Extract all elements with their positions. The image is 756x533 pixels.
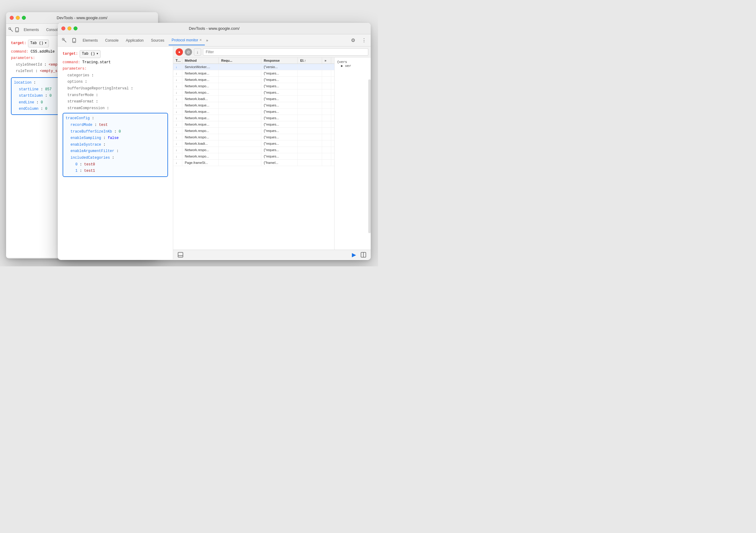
front-split-icon[interactable] <box>360 251 367 259</box>
record-button[interactable]: ● <box>176 48 183 56</box>
table-row[interactable]: ↓ Network.respo... {"reques... <box>173 128 334 134</box>
table-row[interactable]: ↓ Network.respo... {"reques... <box>173 153 334 160</box>
front-target-label: target: <box>63 51 78 57</box>
td-response: {"versio... <box>261 64 298 70</box>
front-dock-icon[interactable] <box>177 251 184 259</box>
table-row[interactable]: ↓ Network.loadi... {"reques... <box>173 96 334 102</box>
table-row[interactable]: ↓ Network.reque... {"reques... <box>173 121 334 128</box>
table-row[interactable]: ↓ Network.reque... {"reques... <box>173 102 334 109</box>
front-param-bufferUsage: bufferUsageReportingInterval : <box>63 85 168 92</box>
table-row[interactable]: ↓ Network.reque... {"reques... <box>173 109 334 115</box>
back-device-icon[interactable] <box>14 26 19 34</box>
table-row[interactable]: ↓ Network.reque... {"reques... <box>173 77 334 83</box>
front-menu-icon[interactable]: ⋮ <box>360 36 368 45</box>
td-response: {"reques... <box>261 70 298 76</box>
td-method: Network.reque... <box>182 70 219 76</box>
td-type: ↓ <box>173 64 182 70</box>
back-target-select[interactable]: Tab () ▾ <box>28 40 49 47</box>
front-enableSystrace: enableSystrace : <box>66 142 165 148</box>
protocol-table-container: Type Method Requ... Response El.↑ » ↓ Se… <box>173 57 334 250</box>
td-method: ServiceWorker.... <box>182 64 219 70</box>
front-traceconfig-key: traceConfig : <box>66 115 165 122</box>
td-extra <box>322 64 331 70</box>
table-header: Type Method Requ... Response El.↑ » <box>173 57 334 64</box>
th-type: Type <box>173 57 182 64</box>
front-window-title: DevTools - www.google.com/ <box>189 26 240 31</box>
table-row[interactable]: ↓ Network.respo... {"reques... <box>173 134 334 140</box>
front-toolbar-right: ⚙ ⋮ <box>349 36 368 45</box>
back-traffic-lights <box>10 16 26 20</box>
front-close-button[interactable] <box>61 26 65 30</box>
front-param-options: options : <box>63 79 168 85</box>
table-row[interactable]: ↓ Network.reque... {"reques... <box>173 70 334 77</box>
th-method: Method <box>182 57 219 64</box>
table-row[interactable]: ↓ Network.respo... {"reques... <box>173 147 334 153</box>
front-parameters-label: parameters: <box>63 66 168 72</box>
table-row[interactable]: ↓ Network.reque... {"reques... <box>173 115 334 121</box>
td-request <box>219 64 261 70</box>
th-request: Requ... <box>219 57 261 64</box>
front-bottom-bar: ▶ <box>173 250 371 259</box>
svg-rect-8 <box>73 38 76 42</box>
front-includedCategories: includedCategories : <box>66 155 165 161</box>
front-param-streamFormat: streamFormat : <box>63 98 168 105</box>
front-enableSampling: enableSampling : false <box>66 135 165 142</box>
front-category-0: 0 : test0 <box>66 161 165 168</box>
front-traffic-lights <box>61 26 77 30</box>
front-category-1: 1 : test1 <box>66 168 165 175</box>
table-row[interactable]: ↓ Page.frameSt... {"frameI... <box>173 160 334 166</box>
front-tab-elements[interactable]: Elements <box>80 36 101 45</box>
clear-button[interactable]: ⊘ <box>185 48 192 56</box>
front-target-select[interactable]: Tab () ▾ <box>80 50 100 58</box>
back-minimize-button[interactable] <box>16 16 20 20</box>
front-content-area: target: Tab () ▾ command: Tracing.start … <box>58 46 371 259</box>
table-row[interactable]: ↓ Network.loadi... {"reques... <box>173 140 334 147</box>
front-enableArgumentFilter: enableArgumentFilter : <box>66 148 165 155</box>
front-traceconfig-box: traceConfig : recordMode : test traceBuf… <box>63 113 168 177</box>
front-right-area: ● ⊘ ↓ Type Method Requ... Response El.↑ … <box>173 46 371 259</box>
th-extra: » <box>322 57 331 64</box>
front-device-icon[interactable] <box>70 36 78 45</box>
front-param-categories: categories : <box>63 72 168 79</box>
svg-rect-2 <box>15 28 18 32</box>
front-inspect-icon[interactable] <box>60 36 69 45</box>
front-tab-sources[interactable]: Sources <box>148 36 167 45</box>
filter-input[interactable] <box>203 48 368 56</box>
response-preview: {vers ▶ ver <box>337 60 368 68</box>
back-close-button[interactable] <box>10 16 14 20</box>
front-settings-icon[interactable]: ⚙ <box>349 36 357 45</box>
send-command-button[interactable]: ▶ <box>352 251 356 258</box>
table-row[interactable]: ↓ ServiceWorker.... {"versio... <box>173 64 334 70</box>
front-tab-close-icon[interactable]: ✕ <box>199 38 202 42</box>
back-title-bar: DevTools - www.google.com/ <box>6 12 158 24</box>
back-fullscreen-button[interactable] <box>22 16 26 20</box>
front-fullscreen-button[interactable] <box>73 26 77 30</box>
back-target-label: target: <box>11 40 26 47</box>
back-inspect-icon[interactable] <box>9 26 14 34</box>
front-tab-application[interactable]: Application <box>123 36 147 45</box>
back-window-title: DevTools - www.google.com/ <box>57 15 108 20</box>
back-tab-elements[interactable]: Elements <box>21 25 42 35</box>
front-minimize-button[interactable] <box>68 26 71 30</box>
front-param-transferMode: transferMode : <box>63 92 168 99</box>
svg-line-7 <box>63 39 66 42</box>
front-command-line: command: Tracing.start <box>63 59 168 66</box>
front-target-line: target: Tab () ▾ <box>63 50 168 58</box>
back-command-value: CSS.addRule <box>31 49 55 54</box>
front-command-label: command: <box>63 60 80 65</box>
table-row[interactable]: ↓ Network.respo... {"reques... <box>173 89 334 96</box>
front-more-tabs-icon[interactable]: » <box>206 38 208 42</box>
scrollbar-thumb[interactable] <box>368 79 371 233</box>
th-elapsed: El.↑ <box>298 57 322 64</box>
table-row[interactable]: ↓ Network.respo... {"reques... <box>173 83 334 89</box>
front-tab-console[interactable]: Console <box>102 36 122 45</box>
front-tab-protocol-monitor[interactable]: Protocol monitor ✕ <box>169 36 205 45</box>
download-button[interactable]: ↓ <box>194 48 201 56</box>
front-title-bar: DevTools - www.google.com/ <box>58 23 371 34</box>
td-elapsed <box>298 64 322 70</box>
front-recordMode: recordMode : test <box>66 122 165 128</box>
front-right-panel: {vers ▶ ver <box>334 57 371 250</box>
front-traceBufferSize: traceBufferSizeInKb : 0 <box>66 128 165 135</box>
back-command-label: command: <box>11 49 29 54</box>
front-table-area: Type Method Requ... Response El.↑ » ↓ Se… <box>173 57 371 250</box>
